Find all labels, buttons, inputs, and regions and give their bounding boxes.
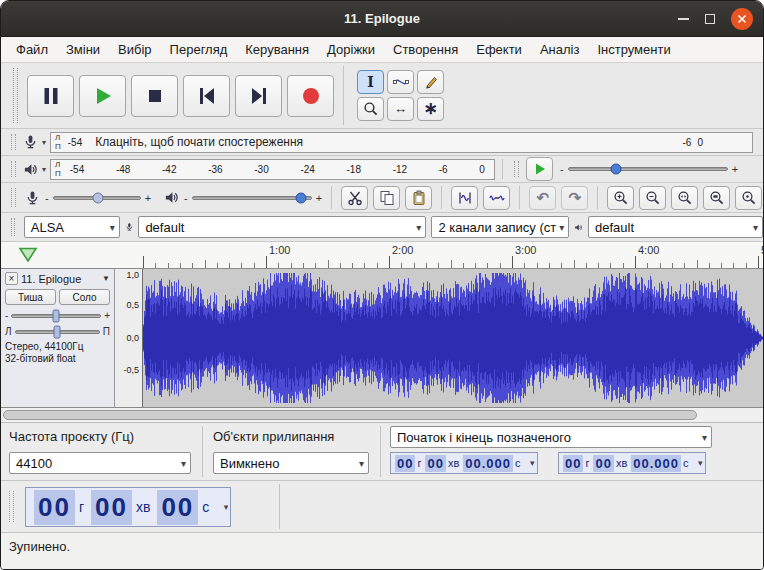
menu-item-tools[interactable]: Інструменти — [588, 38, 679, 61]
record-button[interactable] — [287, 75, 334, 117]
toolbar-grip[interactable] — [9, 491, 14, 522]
gain-thumb[interactable] — [53, 309, 60, 322]
menubar: Файл Зміни Вибір Перегляд Керування Дорі… — [1, 37, 763, 63]
redo-button[interactable]: ↷ — [561, 186, 588, 210]
toolbar-grip[interactable] — [13, 68, 18, 123]
menu-item-file[interactable]: Файл — [7, 38, 57, 61]
skip-to-start-button[interactable] — [183, 75, 230, 117]
pinned-play-head-icon[interactable] — [18, 247, 38, 263]
timeline-tick — [155, 263, 156, 268]
selection-mode-combo[interactable]: Початок і кінець позначеного — [390, 426, 712, 448]
selection-tool-button[interactable]: I — [357, 70, 384, 94]
zoom-in-button[interactable] — [607, 186, 634, 210]
zoom-selection-icon — [677, 190, 693, 206]
meter-menu-arrow[interactable]: ▾ — [42, 138, 46, 147]
silence-audio-button[interactable] — [483, 186, 510, 210]
horizontal-scrollbar[interactable] — [1, 408, 763, 423]
pan-thumb[interactable] — [54, 325, 61, 338]
waveform-canvas[interactable] — [143, 269, 763, 407]
menu-item-edit[interactable]: Зміни — [57, 38, 109, 61]
zoom-tool-button[interactable] — [357, 97, 384, 121]
maximize-button[interactable] — [705, 14, 715, 24]
track-menu-arrow-icon[interactable]: ▼ — [102, 274, 110, 283]
toolbar-grip[interactable] — [11, 218, 15, 236]
track-close-button[interactable]: × — [5, 272, 18, 285]
recording-volume-slider[interactable]: - + — [45, 192, 151, 204]
scissors-icon — [347, 190, 363, 206]
menu-item-transport[interactable]: Керування — [236, 38, 318, 61]
stop-button[interactable] — [131, 75, 178, 117]
microphone-icon — [125, 219, 134, 235]
mute-button[interactable]: Тиша — [5, 289, 56, 305]
toolbar-separator — [279, 484, 280, 529]
menu-item-generate[interactable]: Створення — [384, 38, 467, 61]
timeline-tick — [143, 256, 144, 268]
toolbar-grip[interactable] — [11, 161, 16, 177]
timeline-tick — [315, 263, 316, 268]
toolbar-grip[interactable] — [11, 134, 16, 150]
menu-item-effects[interactable]: Ефекти — [467, 38, 531, 61]
playback-meter[interactable]: ЛП -54 -48 -42 -36 -30 -24 -18 -12 -6 0 — [50, 159, 495, 180]
project-rate-combo[interactable]: 44100 — [9, 452, 191, 474]
zoom-selection-button[interactable] — [671, 186, 698, 210]
playback-volume-slider[interactable]: - + — [184, 192, 322, 204]
menu-item-select[interactable]: Вибір — [109, 38, 161, 61]
paste-button[interactable] — [405, 186, 432, 210]
audio-host-combo[interactable]: ALSA — [24, 216, 120, 238]
playback-device-combo[interactable]: default — [588, 216, 763, 238]
gain-slider[interactable]: - + — [5, 310, 110, 321]
redo-icon: ↷ — [568, 189, 581, 207]
meter-menu-arrow[interactable]: ▾ — [42, 165, 46, 174]
timeline-ruler[interactable]: 1:002:003:004:005:00 — [143, 242, 763, 268]
minimize-button[interactable] — [678, 18, 689, 20]
multi-tool-button[interactable]: ∗ — [417, 97, 444, 121]
timeshift-tool-button[interactable]: ↔ — [387, 97, 414, 121]
play-button[interactable] — [79, 75, 126, 117]
envelope-tool-button[interactable] — [387, 70, 414, 94]
menu-item-view[interactable]: Перегляд — [161, 38, 237, 61]
track-vertical-ruler[interactable]: 1,0 0,5 0,0 -0,5 — [115, 269, 143, 407]
status-text: Зупинено. — [9, 539, 70, 554]
menu-item-analyze[interactable]: Аналіз — [531, 38, 589, 61]
recording-device-combo[interactable]: default — [138, 216, 426, 238]
microphone-icon — [23, 134, 38, 150]
timeline-label: 1:00 — [269, 244, 290, 256]
recording-meter[interactable]: ЛП -54 Клацніть, щоб почати спостереженн… — [50, 132, 753, 153]
recording-volume-thumb[interactable] — [93, 192, 104, 203]
playback-volume-thumb[interactable] — [296, 192, 307, 203]
solo-button[interactable]: Соло — [59, 289, 110, 305]
copy-button[interactable] — [373, 186, 400, 210]
timeline-tick — [561, 263, 562, 268]
play-at-speed-button[interactable] — [526, 157, 553, 181]
pan-left-label: Л — [5, 326, 12, 337]
track-control-panel[interactable]: × 11. Epilogue ▼ Тиша Соло - + Л П Стере… — [1, 269, 115, 407]
undo-button[interactable]: ↶ — [529, 186, 556, 210]
timeline[interactable]: 1:002:003:004:005:00 — [1, 242, 763, 269]
toolbar-grip[interactable] — [11, 188, 16, 207]
snap-combo[interactable]: Вимкнено — [213, 452, 369, 474]
zoom-toggle-button[interactable] — [735, 186, 762, 210]
track-name[interactable]: 11. Epilogue — [21, 273, 99, 285]
draw-tool-button[interactable] — [417, 70, 444, 94]
zoom-fit-button[interactable] — [703, 186, 730, 210]
audio-position-field[interactable]: 00г 00хв 00с — [25, 487, 231, 527]
pause-button[interactable] — [27, 75, 74, 117]
waveform[interactable] — [143, 269, 763, 407]
titlebar[interactable]: 11. Epilogue — [1, 1, 763, 37]
close-button[interactable] — [731, 8, 753, 30]
play-speed-slider[interactable]: - + — [560, 163, 738, 175]
skip-to-end-button[interactable] — [235, 75, 282, 117]
trim-audio-button[interactable] — [451, 186, 478, 210]
menu-item-tracks[interactable]: Доріжки — [318, 38, 384, 61]
selection-start-field[interactable]: 00г 00хв 00.000с — [390, 452, 538, 474]
speed-slider-thumb[interactable] — [611, 164, 622, 175]
toolbar-grip[interactable] — [514, 161, 519, 177]
selection-end-field[interactable]: 00г 00хв 00.000с — [558, 452, 706, 474]
pan-slider[interactable]: Л П — [5, 326, 110, 337]
zoom-out-button[interactable] — [639, 186, 666, 210]
stop-icon — [144, 85, 166, 107]
time-toolbar: 00г 00хв 00с — [1, 481, 763, 533]
cut-button[interactable] — [341, 186, 368, 210]
scrollbar-thumb[interactable] — [3, 410, 697, 420]
recording-channels-combo[interactable]: 2 канали запису (ст — [431, 216, 569, 238]
